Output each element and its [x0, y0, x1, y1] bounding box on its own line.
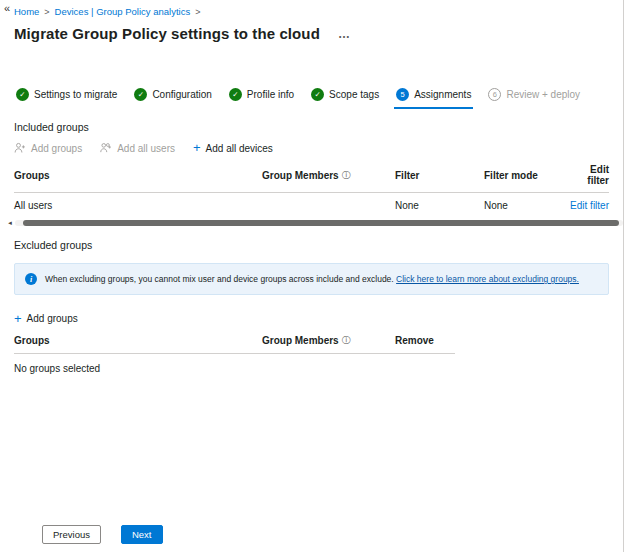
add-all-users-label: Add all users	[117, 143, 175, 154]
included-groups-heading: Included groups	[14, 121, 609, 133]
check-icon: ✓	[16, 88, 29, 101]
next-button[interactable]: Next	[121, 525, 163, 544]
info-banner-text: When excluding groups, you cannot mix us…	[45, 274, 579, 284]
more-options-icon[interactable]: …	[338, 30, 350, 38]
step-review-deploy: 6 Review + deploy	[486, 88, 582, 109]
step-settings-to-migrate[interactable]: ✓ Settings to migrate	[14, 88, 119, 109]
included-groups-table: Groups Group Members ⓘ Filter Filter mod…	[14, 159, 609, 227]
step-assignments[interactable]: 5 Assignments	[394, 88, 473, 109]
step-label: Configuration	[152, 89, 211, 100]
page-title: Migrate Group Policy settings to the clo…	[14, 25, 320, 42]
step-label: Settings to migrate	[34, 89, 117, 100]
step-scope-tags[interactable]: ✓ Scope tags	[309, 88, 381, 109]
step-number-badge: 5	[396, 88, 409, 101]
step-label: Review + deploy	[506, 89, 580, 100]
info-icon[interactable]: ⓘ	[342, 334, 351, 347]
group-members-cell	[262, 200, 395, 211]
filter-cell: None	[395, 200, 484, 211]
included-groups-toolbar: Add groups Add all users + Add all devic…	[14, 142, 609, 154]
col-group-members: Group Members ⓘ	[262, 169, 395, 182]
excluded-table-header: Groups Group Members ⓘ Remove	[14, 329, 455, 354]
title-row: Migrate Group Policy settings to the clo…	[14, 25, 609, 42]
step-configuration[interactable]: ✓ Configuration	[132, 88, 213, 109]
included-table-header: Groups Group Members ⓘ Filter Filter mod…	[14, 159, 609, 193]
add-groups-button-excluded[interactable]: + Add groups	[14, 313, 609, 324]
add-groups-label: Add groups	[27, 313, 78, 324]
add-all-users-button: Add all users	[100, 142, 175, 154]
add-groups-label: Add groups	[31, 143, 82, 154]
breadcrumb-link-home[interactable]: Home	[14, 6, 39, 17]
filter-mode-cell: None	[484, 200, 570, 211]
col-edit-filter: Edit filter	[570, 164, 609, 186]
step-profile-info[interactable]: ✓ Profile info	[227, 88, 296, 109]
add-users-icon	[100, 142, 112, 154]
portal-window: « Home > Devices | Group Policy analytic…	[0, 0, 624, 552]
previous-button[interactable]: Previous	[42, 525, 101, 544]
breadcrumb: Home > Devices | Group Policy analytics …	[14, 6, 609, 17]
group-name-cell: All users	[14, 200, 262, 211]
col-group-members: Group Members ⓘ	[262, 334, 395, 347]
breadcrumb-link-group-policy-analytics[interactable]: Devices | Group Policy analytics	[55, 6, 191, 17]
empty-state-text: No groups selected	[14, 354, 455, 383]
plus-icon: +	[14, 314, 22, 324]
step-number-badge: 6	[488, 88, 501, 101]
excluded-groups-heading: Excluded groups	[14, 239, 609, 251]
col-groups: Groups	[14, 335, 262, 346]
plus-icon: +	[193, 143, 201, 153]
info-icon[interactable]: ⓘ	[342, 169, 351, 182]
scrollbar-track[interactable]	[15, 220, 623, 226]
learn-more-link[interactable]: Click here to learn more about excluding…	[396, 274, 579, 284]
col-groups: Groups	[14, 170, 262, 181]
check-icon: ✓	[134, 88, 147, 101]
wizard-footer: Previous Next	[14, 525, 609, 552]
main-content: Home > Devices | Group Policy analytics …	[0, 0, 623, 552]
step-label: Scope tags	[329, 89, 379, 100]
add-groups-button: Add groups	[14, 142, 82, 154]
breadcrumb-separator: >	[44, 7, 49, 17]
horizontal-scrollbar[interactable]: ◄	[7, 218, 609, 227]
col-filter: Filter	[395, 170, 484, 181]
breadcrumb-separator: >	[195, 7, 200, 17]
step-label: Assignments	[414, 89, 471, 100]
col-filter-mode: Filter mode	[484, 170, 570, 181]
collapse-pane-icon[interactable]: «	[4, 2, 10, 14]
step-label: Profile info	[247, 89, 294, 100]
col-remove: Remove	[395, 335, 455, 346]
table-row: All users None None Edit filter	[14, 193, 609, 217]
check-icon: ✓	[229, 88, 242, 101]
info-banner: i When excluding groups, you cannot mix …	[14, 263, 609, 295]
add-user-icon	[14, 142, 26, 154]
add-all-devices-button[interactable]: + Add all devices	[193, 143, 273, 154]
check-icon: ✓	[311, 88, 324, 101]
add-all-devices-label: Add all devices	[206, 143, 273, 154]
wizard-steps: ✓ Settings to migrate ✓ Configuration ✓ …	[14, 88, 609, 109]
scroll-left-arrow-icon[interactable]: ◄	[7, 220, 15, 226]
info-badge-icon: i	[25, 273, 37, 285]
excluded-groups-table: Groups Group Members ⓘ Remove No groups …	[14, 329, 455, 383]
scrollbar-thumb[interactable]	[23, 220, 619, 226]
edit-filter-link[interactable]: Edit filter	[570, 200, 609, 211]
